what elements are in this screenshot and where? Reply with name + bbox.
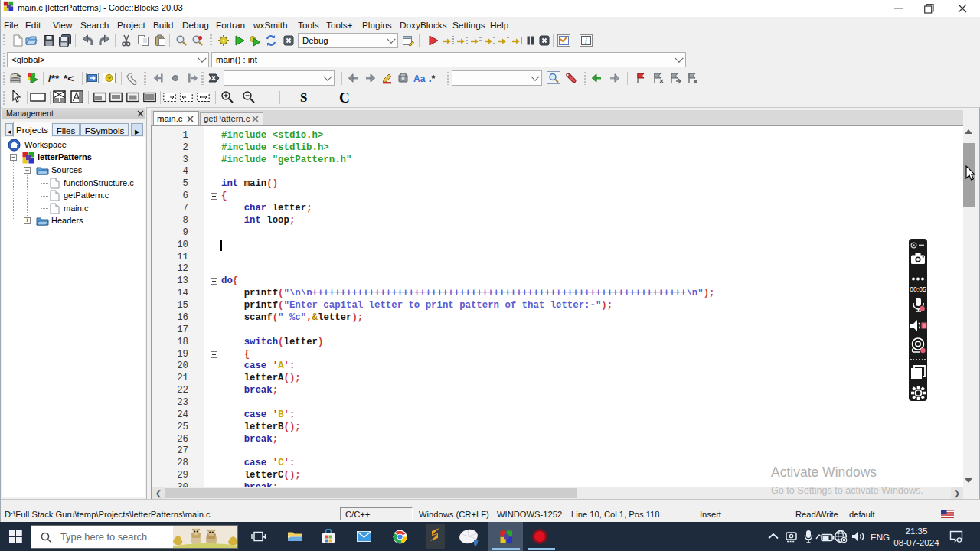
svg-text:/**: /** [48,73,60,84]
svg-text:i: i [585,37,587,45]
svg-text:.*: .* [429,73,435,84]
svg-text:Aa: Aa [413,73,426,84]
svg-text:?: ? [107,75,111,82]
svg-text:*<: *< [64,73,74,84]
